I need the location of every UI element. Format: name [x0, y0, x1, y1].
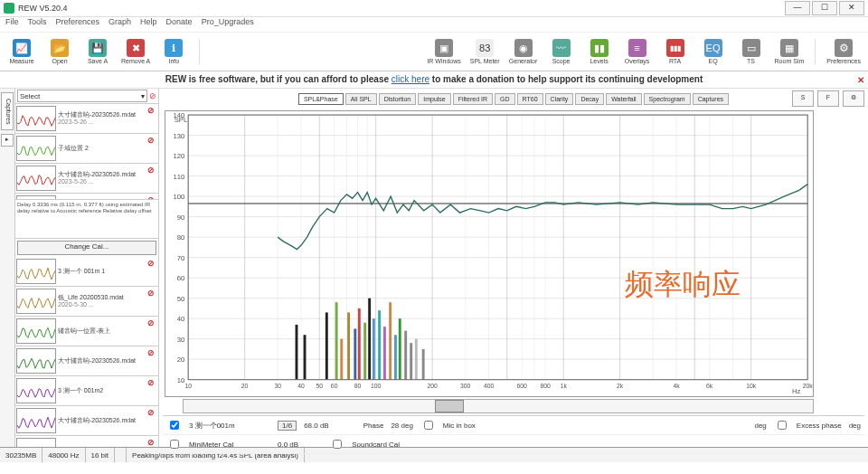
delete-measurement-icon[interactable]: ⊘ [146, 408, 156, 419]
delete-measurement-icon[interactable]: ⊘ [146, 378, 156, 389]
svg-text:1k: 1k [561, 383, 568, 389]
cal-checkbox[interactable] [170, 440, 179, 449]
measurement-item[interactable]: 3 测一个 001m2⊘ [15, 376, 158, 406]
graph-freq-axis-button[interactable]: F [817, 90, 839, 107]
tab-all-spl[interactable]: All SPL [345, 93, 377, 105]
svg-text:2k: 2k [617, 383, 624, 389]
measurement-list[interactable]: 大寸辅音响-20230526.mdat2023-5-26 ...⊘子域位置 2⊘… [15, 104, 158, 199]
measurement-item[interactable]: 上音辅音响一位置-1-2⊘ [15, 436, 158, 447]
svg-text:300: 300 [460, 383, 470, 389]
delete-all-icon[interactable]: ⊘ [149, 91, 156, 100]
menu-pro_upgrades[interactable]: Pro_Upgrades [202, 17, 254, 32]
ts-button[interactable]: ▭TS [733, 37, 769, 66]
capture-sidebar: Captures ▸ [0, 89, 15, 447]
donate-link[interactable]: click here [392, 74, 429, 84]
tab-impulse[interactable]: Impulse [418, 93, 451, 105]
levels-button[interactable]: ▮▮Levels [581, 37, 618, 66]
graph-⚙-button[interactable]: ⚙ [843, 90, 864, 107]
measurement-list-2[interactable]: 3 测一个 001m 1⊘低_Life 20200530.mdat2020-5-… [15, 257, 158, 447]
svg-rect-90 [404, 331, 407, 380]
tab-gd[interactable]: GD [495, 93, 515, 105]
svg-text:400: 400 [484, 383, 494, 389]
excess-phase-checkbox[interactable] [778, 421, 787, 430]
preferences-button[interactable]: ⚙ Preferences [823, 37, 864, 66]
generator-button[interactable]: ◉Generator [505, 37, 542, 66]
measurement-item[interactable]: 大寸辅音响-20230526.mdat⊘ [15, 406, 158, 436]
overlays-button[interactable]: ≡Overlays [619, 37, 656, 66]
sidebar-toggle-icon[interactable]: ▸ [1, 134, 14, 147]
measurement-item[interactable]: 大寸辅音响-20230526.mdat2023-5-26 ...⊘ [15, 104, 158, 134]
svg-text:80: 80 [354, 383, 362, 389]
measurement-thumb [16, 438, 56, 447]
captures-tab[interactable]: Captures [1, 92, 14, 130]
measurement-thumb [16, 259, 56, 284]
menu-bar: FileToolsPreferencesGraphHelpDonatePro_U… [0, 17, 868, 33]
svg-text:30: 30 [177, 336, 185, 344]
menu-file[interactable]: File [5, 17, 19, 32]
svg-text:100: 100 [371, 383, 381, 389]
trace-1-checkbox[interactable] [170, 421, 179, 430]
tab-distortion[interactable]: Distortion [379, 93, 417, 105]
delete-measurement-icon[interactable]: ⊘ [146, 318, 156, 329]
select-dropdown[interactable]: Select▾ [17, 90, 147, 102]
tab-spectrogram[interactable]: Spectrogram [644, 93, 691, 105]
ir-windows-button[interactable]: ▣IR Windows [423, 37, 464, 66]
delete-measurement-icon[interactable]: ⊘ [146, 438, 156, 447]
tab-decay[interactable]: Decay [575, 93, 604, 105]
soundcard-cal-checkbox[interactable] [333, 440, 342, 449]
measurement-item[interactable]: 低_Life 20200530.mdat2020-5-30 ...⊘ [15, 287, 158, 317]
tab-filtered-ir[interactable]: Filtered IR [453, 93, 493, 105]
measurement-item[interactable]: 子域位置3⊘ [15, 194, 158, 199]
svg-rect-93 [422, 349, 425, 380]
measurement-item[interactable]: 子域位置 2⊘ [15, 134, 158, 164]
delete-measurement-icon[interactable]: ⊘ [146, 348, 156, 359]
delete-measurement-icon[interactable]: ⊘ [146, 106, 156, 117]
main-toolbar: 📈Measure📂Open💾Save A✖Remove AℹInfo ▣IR W… [0, 33, 868, 71]
tab-clarity[interactable]: Clarity [545, 93, 574, 105]
measurement-item[interactable]: 3 测一个 001m 1⊘ [15, 257, 158, 287]
svg-text:50: 50 [177, 295, 185, 303]
tab-captures[interactable]: Captures [693, 93, 729, 105]
measure-button[interactable]: 📈Measure [4, 37, 40, 66]
menu-preferences[interactable]: Preferences [56, 17, 100, 32]
spl-meter-button[interactable]: 83SPL Meter [467, 37, 504, 66]
menu-tools[interactable]: Tools [28, 17, 47, 32]
eq-button[interactable]: EQEQ [695, 37, 731, 66]
remove-a-button[interactable]: ✖Remove A [118, 37, 154, 66]
delete-measurement-icon[interactable]: ⊘ [146, 136, 156, 147]
graph-scrollbars-button[interactable]: S [792, 90, 814, 107]
tab-spl-phase[interactable]: SPL&Phase [298, 93, 344, 105]
room-sim-button[interactable]: ▦Room Sim [771, 37, 808, 66]
measurement-item[interactable]: 大寸辅音响-20230526.mdat2023-5-26 ...⊘ [15, 164, 158, 194]
rta-button[interactable]: ▮▮▮RTA [657, 37, 693, 66]
measurement-item[interactable]: 辅音响一位置-表上⊘ [15, 317, 158, 346]
menu-donate[interactable]: Donate [166, 17, 193, 32]
tab-waterfall[interactable]: Waterfall [606, 93, 641, 105]
save-a-button[interactable]: 💾Save A [80, 37, 116, 66]
info-button[interactable]: ℹInfo [156, 37, 192, 66]
svg-rect-77 [335, 302, 338, 380]
delete-measurement-icon[interactable]: ⊘ [146, 289, 156, 299]
open-button[interactable]: 📂Open [42, 37, 78, 66]
maximize-button[interactable]: ☐ [812, 1, 837, 15]
x-range-slider[interactable] [183, 399, 814, 413]
minimize-button[interactable]: — [785, 1, 810, 15]
change-cal-button[interactable]: Change Cal... [17, 241, 156, 255]
menu-graph[interactable]: Graph [108, 17, 131, 32]
smoothing-toggle[interactable]: 1/6 [278, 421, 297, 431]
svg-rect-88 [394, 335, 397, 380]
scope-button[interactable]: 〰Scope [543, 37, 580, 66]
slider-handle[interactable] [435, 400, 464, 412]
measurement-item[interactable]: 大寸辅音响-20230526.mdat⊘ [15, 346, 158, 376]
delete-measurement-icon[interactable]: ⊘ [146, 259, 156, 270]
svg-text:130: 130 [173, 131, 184, 139]
donate-close-icon[interactable]: ✕ [857, 72, 864, 89]
svg-text:10: 10 [184, 383, 192, 389]
menu-help[interactable]: Help [140, 17, 157, 32]
delete-measurement-icon[interactable]: ⊘ [146, 166, 156, 176]
delete-measurement-icon[interactable]: ⊘ [146, 195, 156, 199]
close-button[interactable]: ✕ [839, 1, 864, 15]
plot[interactable]: 1020304050607080901001101201301401020304… [165, 110, 814, 397]
tab-rt60[interactable]: RT60 [517, 93, 543, 105]
mic-in-box-checkbox[interactable] [424, 421, 433, 430]
